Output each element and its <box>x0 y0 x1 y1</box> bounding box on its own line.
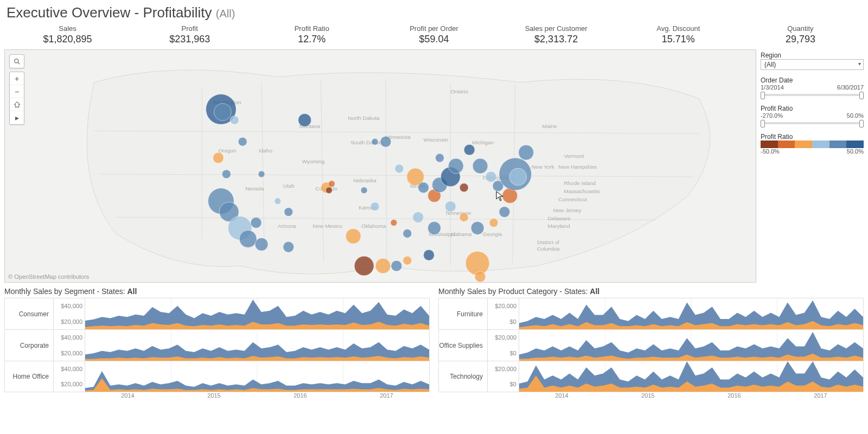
svg-point-94 <box>436 154 444 162</box>
map-search-button[interactable] <box>10 55 24 68</box>
page-title-suffix: (All) <box>216 8 235 20</box>
svg-text:Rhode Island: Rhode Island <box>564 180 596 186</box>
svg-text:Vermont: Vermont <box>564 153 584 159</box>
svg-text:Nebraska: Nebraska <box>353 177 376 183</box>
row-chart[interactable] <box>519 330 863 361</box>
chevron-right-icon: ▸ <box>15 113 19 122</box>
svg-text:Maine: Maine <box>542 123 558 129</box>
row-chart[interactable] <box>519 298 863 329</box>
profit-ratio-handle-min[interactable] <box>761 120 765 127</box>
svg-text:Oregon: Oregon <box>218 148 236 154</box>
profit-ratio-slider[interactable] <box>761 120 864 126</box>
color-legend-bar <box>761 141 864 148</box>
legend-min: -50.0% <box>761 148 780 155</box>
order-date-handle-max[interactable] <box>859 92 864 99</box>
kpi-profit-ratio[interactable]: Profit Ratio12.7% <box>251 24 373 45</box>
search-icon <box>14 58 21 65</box>
svg-point-85 <box>361 187 367 194</box>
row-label: Technology <box>439 361 488 392</box>
svg-point-64 <box>448 158 463 174</box>
kpi-value: $2,313.72 <box>495 34 617 45</box>
svg-point-97 <box>14 59 18 62</box>
row-y-axis: $40,000$20,000 <box>54 361 85 392</box>
map-zoom-out-button[interactable]: − <box>10 85 24 98</box>
order-date-filter-label: Order Date <box>761 76 864 84</box>
row-chart[interactable] <box>85 361 429 392</box>
chart-row-office-supplies[interactable]: Office Supplies $20,000$0 <box>438 329 864 361</box>
svg-text:Oklahoma: Oklahoma <box>361 223 386 229</box>
kpi-quantity[interactable]: Quantity29,793 <box>739 24 861 45</box>
segment-sales-panel: Monthly Sales by Segment - States: All C… <box>4 287 430 399</box>
kpi-value: 15.71% <box>617 34 739 45</box>
region-dropdown[interactable]: (All) <box>761 59 864 70</box>
svg-point-53 <box>354 256 374 276</box>
year-tick: 2016 <box>691 392 777 399</box>
order-date-slider[interactable] <box>761 92 864 98</box>
svg-point-48 <box>298 113 311 126</box>
svg-text:Connecticut: Connecticut <box>558 196 587 202</box>
year-tick: 2014 <box>519 392 605 399</box>
profit-ratio-handle-max[interactable] <box>859 120 864 127</box>
kpi-profit[interactable]: Profit$231,963 <box>129 24 251 45</box>
svg-text:New Hampshire: New Hampshire <box>558 164 597 170</box>
kpi-sales[interactable]: Sales$1,820,895 <box>7 24 129 45</box>
svg-text:Michigan: Michigan <box>472 139 494 145</box>
svg-text:Maryland: Maryland <box>548 223 570 229</box>
svg-point-58 <box>395 164 404 173</box>
profit-ratio-max: 50.0% <box>847 112 864 119</box>
svg-text:Nevada: Nevada <box>245 186 264 192</box>
row-chart[interactable] <box>519 361 863 392</box>
year-tick: 2016 <box>257 392 343 399</box>
svg-point-47 <box>283 241 294 252</box>
svg-point-89 <box>258 171 265 177</box>
color-legend-label: Profit Ratio <box>761 133 864 141</box>
svg-text:Arizona: Arizona <box>278 223 296 229</box>
svg-text:New York: New York <box>532 164 554 170</box>
year-tick: 2014 <box>85 392 171 399</box>
kpi-profit-per-order[interactable]: Profit per Order$59.04 <box>373 24 495 45</box>
svg-point-88 <box>275 198 281 205</box>
svg-point-44 <box>239 230 257 247</box>
chart-row-corporate[interactable]: Corporate $40,000$20,000 <box>4 329 430 361</box>
region-filter-label: Region <box>761 52 864 59</box>
svg-point-52 <box>346 228 361 244</box>
map-zoom-in-button[interactable]: + <box>10 72 24 85</box>
chart-row-technology[interactable]: Technology $20,000$0 <box>438 361 864 392</box>
kpi-sales-per-customer[interactable]: Sales per Customer$2,313.72 <box>495 24 617 45</box>
row-label: Home Office <box>5 361 54 392</box>
chart-row-furniture[interactable]: Furniture $20,000$0 <box>438 298 864 329</box>
row-chart[interactable] <box>85 298 429 329</box>
map-tools-button[interactable]: ▸ <box>10 111 24 124</box>
chart-row-consumer[interactable]: Consumer $40,000$20,000 <box>4 298 430 329</box>
order-date-min: 1/3/2014 <box>761 84 784 91</box>
profitability-map[interactable]: WashingtonOregon IdahoMontana North Dako… <box>4 49 756 283</box>
order-date-handle-min[interactable] <box>761 92 765 99</box>
kpi-label: Sales <box>7 24 129 33</box>
svg-text:Wisconsin: Wisconsin <box>424 137 448 143</box>
map-canvas[interactable]: WashingtonOregon IdahoMontana North Dako… <box>5 50 756 282</box>
year-tick: 2015 <box>171 392 257 399</box>
svg-point-84 <box>371 202 379 211</box>
svg-point-46 <box>255 238 268 251</box>
year-tick: 2015 <box>605 392 691 399</box>
svg-point-83 <box>391 220 397 226</box>
svg-point-91 <box>230 116 239 124</box>
year-tick: 2017 <box>343 392 430 399</box>
plus-icon: + <box>15 74 19 83</box>
home-icon <box>14 101 21 108</box>
kpi-label: Avg. Discount <box>617 24 739 33</box>
kpi-value: 29,793 <box>739 34 861 45</box>
svg-point-51 <box>328 181 335 187</box>
kpi-avg-discount[interactable]: Avg. Discount15.71% <box>617 24 739 45</box>
row-y-axis: $40,000$20,000 <box>54 298 85 329</box>
svg-point-73 <box>486 171 496 182</box>
row-chart[interactable] <box>85 330 429 361</box>
minus-icon: − <box>15 87 19 96</box>
kpi-row: Sales$1,820,895Profit$231,963Profit Rati… <box>7 21 861 49</box>
svg-text:New Mexico: New Mexico <box>313 223 343 229</box>
chart-row-home-office[interactable]: Home Office $40,000$20,000 <box>4 361 430 392</box>
svg-text:Wyoming: Wyoming <box>302 158 324 164</box>
svg-point-95 <box>424 250 435 260</box>
map-home-button[interactable] <box>10 98 24 111</box>
svg-point-79 <box>489 219 498 227</box>
